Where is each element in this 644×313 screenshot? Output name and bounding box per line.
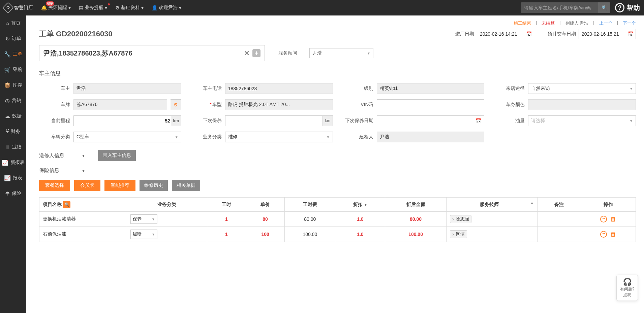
nav-biz-remind[interactable]: ▤ 业务提醒 ▾ (79, 5, 107, 11)
gear-icon: ⚙ (115, 5, 120, 10)
owner-section-title: 车主信息 (39, 70, 636, 77)
delete-button[interactable]: 🗑 (610, 216, 616, 223)
sidebar-report[interactable]: 📈报表 (0, 170, 26, 186)
sidebar-order[interactable]: ↻订单 (0, 31, 26, 46)
mileage-field[interactable]: 52km (73, 115, 181, 126)
help-button[interactable]: ? 帮助 (615, 3, 640, 12)
insurance-collapse: 保险信息 ▾ (39, 167, 636, 174)
cell-price[interactable]: 100 (246, 227, 284, 242)
field-label: 车主电话 (191, 85, 222, 92)
brand-text: 智慧门店 (14, 5, 33, 11)
next-maint-field[interactable]: km (225, 115, 333, 126)
sidebar-marketing[interactable]: ◷营销 (0, 93, 26, 108)
delete-button[interactable]: 🗑 (610, 231, 616, 238)
col-remark: 备注 (537, 198, 581, 212)
fuel-select[interactable]: 请选择▼ (528, 115, 636, 126)
nav-user[interactable]: 👤 欢迎尹浩 ▾ (152, 5, 181, 11)
vin-field[interactable] (377, 99, 485, 110)
col-price: 单价 (246, 198, 284, 212)
history-button[interactable]: 维修历史 (140, 180, 168, 191)
customer-input[interactable]: 尹浩,18352786023,苏A67876 ✕ + (39, 45, 265, 61)
cell-name[interactable]: 更换机油滤清器 (39, 212, 127, 227)
col-bclass: 业务分类 (127, 198, 207, 212)
search-button[interactable]: 🔍 (598, 2, 610, 13)
chevron-down-icon[interactable]: ▾ (82, 168, 85, 173)
col-hours: 工时 (207, 198, 246, 212)
col-tech[interactable]: 服务技师▼ (446, 198, 537, 212)
ai-button[interactable]: 智能推荐 (104, 180, 135, 191)
more-button[interactable]: ••• (600, 231, 607, 238)
related-button[interactable]: 相关单据 (172, 180, 200, 191)
prev-link[interactable]: 上一个 (599, 20, 612, 26)
add-customer-button[interactable]: + (252, 49, 260, 57)
vclass-select[interactable]: C型车▼ (73, 132, 181, 142)
cell-hours[interactable]: 1 (207, 227, 246, 242)
search-items-button[interactable]: 🔍 (63, 201, 70, 208)
chevron-down-icon: ▼ (175, 135, 178, 139)
sidebar-newreport[interactable]: 📈新报表 (0, 155, 26, 170)
bclass-cell-select[interactable]: 保养▼ (130, 214, 157, 224)
sidebar-purchase[interactable]: 🛒采购 (0, 62, 26, 77)
cell-name[interactable]: 右前保油漆 (39, 227, 127, 242)
bclass-cell-select[interactable]: 钣喷▼ (130, 230, 157, 239)
cell-tech[interactable]: ×陶洁 (446, 227, 537, 242)
sidebar-stock[interactable]: 📦库存 (0, 77, 26, 93)
next-link[interactable]: 下一个 (623, 20, 636, 26)
nav-base-data[interactable]: ⚙ 基础资料 ▾ (115, 5, 144, 11)
cell-hours[interactable]: 1 (207, 212, 246, 227)
advisor-select[interactable]: 尹浩 ▼ (309, 48, 373, 58)
topbar-right: 🔍 ? 帮助 (521, 2, 640, 13)
cell-remark[interactable] (537, 227, 581, 242)
cell-tech[interactable]: ×徐志强 (446, 212, 537, 227)
home-icon: ⌂ (6, 20, 9, 26)
status-settle: 未结算 (542, 20, 555, 26)
col-discount[interactable]: 折扣▼ (335, 198, 385, 212)
remove-tag-icon[interactable]: × (452, 217, 455, 222)
cell-discount[interactable]: 1.0 (335, 212, 385, 227)
clear-icon[interactable]: ✕ (244, 49, 250, 57)
more-button[interactable]: ••• (600, 216, 607, 222)
cell-price[interactable]: 80 (246, 212, 284, 227)
top-nav: 🔔 关怀提醒 ▾ 699 ▤ 业务提醒 ▾ ⚙ 基础资料 ▾ 👤 欢迎尹浩 ▾ (41, 5, 521, 11)
chevron-down-icon: ▼ (327, 135, 330, 139)
cell-bclass: 保养▼ (127, 212, 207, 227)
sidebar-data[interactable]: ☁数据 (0, 108, 26, 124)
search-input[interactable] (521, 5, 598, 10)
sidebar-finance[interactable]: ¥财务 (0, 124, 26, 139)
chevron-down-icon: ▼ (152, 233, 155, 236)
table-row: 更换机油滤清器 保养▼ 1 80 80.00 1.0 80.00 ×徐志强 ••… (39, 212, 636, 227)
sidebar-home[interactable]: ⌂首页 (0, 15, 26, 31)
status-work: 施工结束 (514, 20, 531, 26)
chevron-down-icon[interactable]: ▾ (82, 153, 85, 158)
brand-icon: G (2, 2, 14, 13)
header-row: 工单 GD20200216030 进厂日期 2020-02-16 14:21 📅… (39, 29, 636, 39)
sidebar-performance[interactable]: ⫼业绩 (0, 139, 26, 155)
field-label: 来店途径 (494, 85, 525, 92)
global-search: 🔍 (521, 2, 610, 13)
chevron-down-icon: ▼ (630, 119, 633, 123)
tech-tag: ×徐志强 (450, 215, 472, 223)
package-button[interactable]: 套餐选择 (39, 180, 70, 191)
enter-date-input[interactable]: 2020-02-16 14:21 📅 (477, 29, 534, 39)
sidebar-insurance[interactable]: ☂保险 (0, 186, 26, 201)
cell-remark[interactable] (537, 212, 581, 227)
cloud-icon: ☁ (5, 113, 10, 119)
field-label: 业务分类 (191, 134, 222, 140)
color-field (528, 99, 636, 110)
next-maint-date-field[interactable]: 📅 (377, 115, 485, 126)
expect-date-group: 预计交车日期 2020-02-16 15:21 📅 (548, 29, 636, 39)
cell-discount[interactable]: 1.0 (335, 227, 385, 242)
table-header-row: 项目名称🔍 业务分类 工时 单价 工时费 折扣▼ 折后金额 服务技师▼ 备注 操… (39, 198, 636, 212)
sidebar-workorder[interactable]: 🔧工单 (0, 46, 26, 62)
cell-after: 80.00 (385, 212, 446, 227)
bell-icon: 🔔 (41, 5, 47, 10)
nav-care-remind[interactable]: 🔔 关怀提醒 ▾ 699 (41, 5, 71, 11)
expect-date-input[interactable]: 2020-02-16 15:21 📅 (579, 29, 636, 39)
remove-tag-icon[interactable]: × (452, 232, 455, 237)
member-button[interactable]: 会员卡 (74, 180, 100, 191)
bclass-select[interactable]: 维修▼ (225, 132, 333, 142)
plate-settings-button[interactable]: ⚙ (171, 99, 181, 110)
source-select[interactable]: 自然来访▼ (528, 83, 636, 94)
col-op: 操作 (581, 198, 636, 212)
import-owner-button[interactable]: 带入车主信息 (98, 150, 136, 161)
